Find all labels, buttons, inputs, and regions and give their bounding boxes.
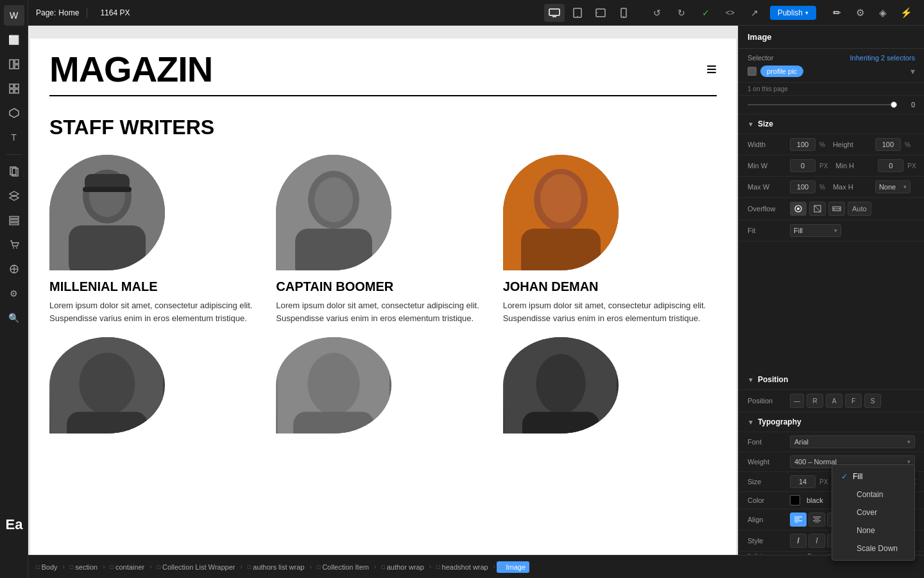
bc-body-icon: □ [36,564,39,570]
position-title: Position [758,375,788,384]
selector-chevron[interactable]: ▾ [911,66,915,76]
writer-headshot [49,337,165,434]
bc-body[interactable]: □ Body [32,561,62,573]
position-relative-icon[interactable]: R [807,394,823,408]
max-h-display[interactable]: None ▾ [875,180,911,193]
inheriting-label[interactable]: Inheriting 2 selectors [850,54,916,62]
fit-option-contain[interactable]: Contain [832,486,914,504]
fit-option-fill[interactable]: ✓ Fill [832,468,914,486]
bc-image[interactable]: □ Image [497,561,529,573]
overflow-label: Overflow [748,205,786,213]
bc-container-label: container [116,563,144,571]
tool-component-icon[interactable] [4,103,24,123]
align-left-btn[interactable] [790,512,807,527]
designer-icon[interactable]: ✏ [826,4,847,22]
tool-settings-icon[interactable]: ⚙ [4,283,24,304]
publish-label: Publish [778,8,803,17]
color-swatch[interactable] [790,495,800,505]
tool-cms-icon[interactable] [4,210,24,231]
max-w-input[interactable] [790,180,816,193]
selector-pill[interactable]: profile pic [760,66,803,77]
bc-collection-list-wrapper[interactable]: □ Collection List Wrapper [153,561,239,573]
writer-headshot [503,337,619,434]
min-h-input[interactable] [878,159,903,172]
tool-pages-icon[interactable] [4,161,24,182]
position-section-header[interactable]: ▼ Position [739,370,924,390]
position-fixed-icon[interactable]: F [845,394,862,408]
overflow-hidden-icon[interactable] [809,202,826,216]
height-input[interactable] [875,138,901,151]
bc-alw-icon: □ [248,564,251,570]
bc-arrow-3: › [150,563,151,570]
slider-thumb[interactable] [891,101,897,108]
overflow-icons: Auto [790,202,871,216]
bc-authors-list-wrap[interactable]: □ authors list wrap [244,561,309,573]
italic-btn[interactable]: I [790,534,807,548]
width-input[interactable] [790,138,816,151]
fit-dropdown: ✓ Fill Contain Cover None Scale Down [832,464,915,561]
bc-collection-item[interactable]: □ Collection Item [313,561,373,573]
bc-headshot-wrap[interactable]: □ headshot wrap [432,561,492,573]
fit-dropdown-trigger[interactable]: Fill ▾ [790,224,841,237]
writer-headshot [276,337,391,434]
tool-grid-icon[interactable] [4,78,24,99]
size-section-header[interactable]: ▼ Size [739,114,924,134]
svg-point-27 [623,15,624,17]
type-size-input[interactable] [790,475,816,488]
mobile-view-btn[interactable] [613,4,634,22]
tool-cursor-icon[interactable]: ⬜ [4,30,24,50]
share-btn[interactable]: ↗ [744,4,765,22]
bc-hw-icon: □ [436,564,440,570]
page-name[interactable]: Home [58,8,79,17]
min-w-input[interactable] [790,159,816,172]
tool-w-icon[interactable]: W [4,5,24,26]
interactions-icon[interactable]: ◈ [873,4,893,22]
undo-btn[interactable]: ↺ [647,4,667,22]
desktop-view-btn[interactable] [544,4,565,22]
tablet-landscape-btn[interactable] [590,4,611,22]
position-sticky-icon[interactable]: S [864,394,881,408]
tool-text-icon[interactable]: T [4,127,24,148]
mag-menu-icon[interactable]: ≡ [706,59,717,80]
typography-section-header[interactable]: ▼ Typography [739,412,924,432]
overflow-visible-icon[interactable] [790,202,807,216]
italic-alt-btn[interactable]: I [809,534,825,548]
bc-container[interactable]: □ container [107,561,149,573]
writer-name: CAPTAIN BOOMER [276,279,490,294]
font-value: Arial [794,438,809,446]
fit-option-cover[interactable]: Cover [832,504,914,521]
bc-section[interactable]: □ section [66,561,101,573]
align-center-btn[interactable] [809,512,825,527]
status-btn[interactable]: ✓ [696,4,716,22]
fit-option-none[interactable]: None [832,521,914,539]
position-absolute-icon[interactable]: A [826,394,843,408]
overflow-auto-label[interactable]: Auto [848,202,871,216]
min-w-unit: PX [819,162,828,170]
redo-btn[interactable]: ↻ [671,4,692,22]
bc-arrow-2: › [103,563,105,570]
fit-option-scaledown[interactable]: Scale Down [832,539,914,557]
bc-author-wrap[interactable]: □ author wrap [377,561,428,573]
svg-rect-5 [10,89,13,93]
publish-button[interactable]: Publish ▾ [770,6,816,20]
tool-layout-icon[interactable] [4,54,24,74]
code-btn[interactable]: <> [720,4,740,22]
ecommerce-icon[interactable]: ⚡ [896,4,916,22]
bc-section-label: section [75,563,98,571]
tool-ecommerce-icon[interactable] [4,234,24,255]
position-type-icons: — R A F S [790,394,881,408]
max-w-unit: % [819,184,825,191]
panel-header: Image [739,26,924,49]
tool-search-icon[interactable]: 🔍 [4,308,24,328]
slider-track[interactable] [748,104,897,105]
position-row: Position — R A F S [739,390,924,412]
tablet-view-btn[interactable] [567,4,588,22]
overflow-scroll-x-icon[interactable] [828,202,845,216]
height-unit: % [905,141,911,148]
tool-layers-icon[interactable] [4,186,24,206]
position-static-icon[interactable]: — [790,394,804,408]
selector-section: Selector Inheriting 2 selectors profile … [739,49,924,83]
font-select[interactable]: Arial ▾ [790,435,915,448]
settings-icon[interactable]: ⚙ [850,4,870,22]
tool-assets-icon[interactable] [4,259,24,279]
